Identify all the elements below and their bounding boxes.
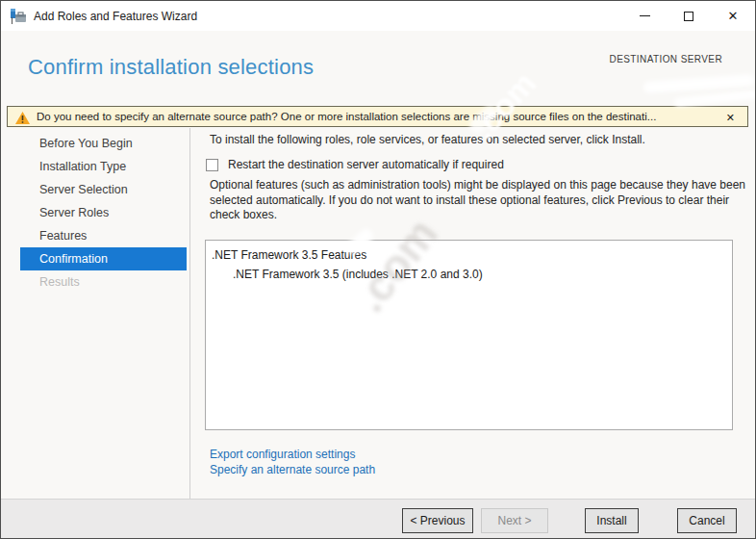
watermark-fragment — [674, 90, 756, 108]
title-bar: Add Roles and Features Wizard ✕ — [1, 1, 755, 31]
footer-bar: < Previous Next > Install Cancel — [1, 499, 755, 538]
close-button[interactable]: ✕ — [711, 1, 755, 31]
maximize-icon — [684, 12, 693, 21]
minimize-button[interactable] — [622, 1, 667, 31]
window-title: Add Roles and Features Wizard — [34, 10, 197, 23]
action-links: Export configuration settings Specify an… — [210, 448, 375, 477]
restart-checkbox[interactable] — [206, 159, 218, 171]
nav-item-server-selection[interactable]: Server Selection — [1, 178, 189, 201]
export-configuration-link[interactable]: Export configuration settings — [210, 448, 375, 463]
wizard-app-icon — [11, 9, 27, 24]
sidebar-divider — [189, 128, 190, 499]
selection-listbox[interactable]: .NET Framework 3.5 Features .NET Framewo… — [205, 240, 733, 430]
nav-item-installation-type[interactable]: Installation Type — [1, 155, 189, 178]
warning-triangle-icon — [15, 111, 30, 123]
warning-close-button[interactable]: ✕ — [726, 107, 735, 127]
restart-checkbox-label: Restart the destination server automatic… — [228, 158, 504, 171]
wizard-step-nav: Before You Begin Installation Type Serve… — [1, 132, 189, 294]
list-item[interactable]: .NET Framework 3.5 Features — [206, 245, 732, 265]
intro-text: To install the following roles, role ser… — [210, 133, 748, 146]
warning-banner: Do you need to specify an alternate sour… — [7, 106, 748, 127]
nav-item-confirmation[interactable]: Confirmation — [20, 247, 187, 270]
optional-features-note: Optional features (such as administratio… — [210, 178, 756, 223]
close-icon: ✕ — [728, 10, 739, 22]
previous-button[interactable]: < Previous — [402, 508, 473, 533]
list-item[interactable]: .NET Framework 3.5 (includes .NET 2.0 an… — [206, 265, 732, 284]
destination-server-label: DESTINATION SERVER — [610, 54, 722, 64]
nav-item-server-roles[interactable]: Server Roles — [1, 201, 189, 224]
nav-item-features[interactable]: Features — [1, 224, 189, 247]
minimize-icon — [640, 15, 650, 16]
install-button[interactable]: Install — [585, 508, 639, 533]
alternate-source-path-link[interactable]: Specify an alternate source path — [210, 463, 375, 478]
warning-text: Do you need to specify an alternate sour… — [37, 111, 656, 122]
nav-item-before-you-begin[interactable]: Before You Begin — [1, 132, 189, 155]
page-title: Confirm installation selections — [28, 55, 314, 80]
nav-item-results: Results — [1, 270, 189, 294]
cancel-button[interactable]: Cancel — [677, 508, 737, 533]
next-button: Next > — [481, 508, 548, 533]
restart-checkbox-row: Restart the destination server automatic… — [206, 158, 504, 171]
add-roles-features-wizard-window: Add Roles and Features Wizard ✕ Confirm … — [0, 0, 756, 539]
maximize-button[interactable] — [667, 1, 711, 31]
window-controls: ✕ — [622, 1, 755, 31]
watermark-fragment — [643, 74, 755, 93]
